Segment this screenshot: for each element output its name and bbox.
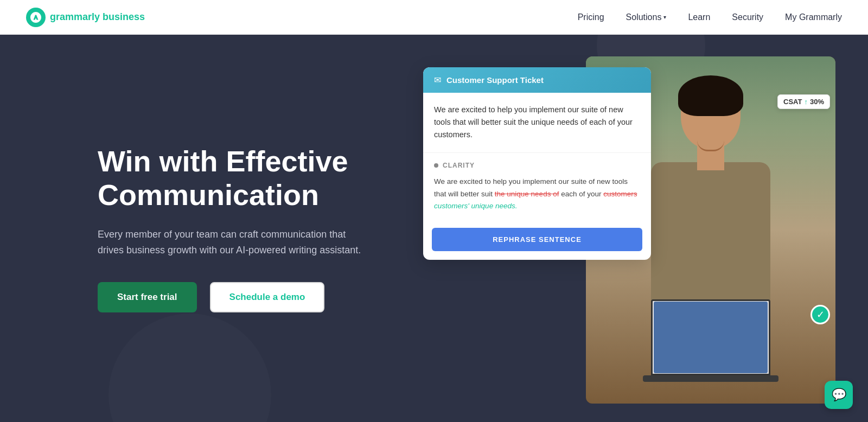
csat-label: CSAT — [783, 98, 802, 106]
clarity-dot-icon — [434, 163, 438, 168]
hero-section: Win with Effective Communication Every m… — [0, 35, 868, 422]
csat-arrow-icon: ↑ — [804, 98, 808, 106]
csat-badge: CSAT ↑ 30% — [777, 94, 830, 109]
suggestion-text: We are excited to help you implement our… — [434, 176, 640, 213]
nav-item-security[interactable]: Security — [732, 12, 763, 22]
hero-title: Win with Effective Communication — [98, 144, 412, 212]
grammarly-logo-icon — [26, 8, 46, 27]
bg-decoration-2 — [108, 314, 271, 422]
logo-business-label: business — [103, 11, 145, 22]
suggestion-strikethrough2: customers — [603, 190, 637, 198]
nav-link-pricing[interactable]: Pricing — [578, 12, 604, 22]
suggestion-part2: each of your — [559, 190, 603, 198]
card-header-title: Customer Support Ticket — [446, 75, 544, 85]
nav-item-pricing[interactable]: Pricing — [578, 12, 604, 22]
csat-value: 30% — [810, 98, 824, 106]
logo[interactable]: grammarly business — [26, 8, 145, 27]
nav-item-solutions[interactable]: Solutions ▾ — [626, 12, 667, 22]
rephrase-sentence-button[interactable]: REPHRASE SENTENCE — [432, 228, 642, 251]
start-free-trial-button[interactable]: Start free trial — [98, 282, 197, 312]
nav-item-learn[interactable]: Learn — [688, 12, 710, 22]
nav-link-solutions[interactable]: Solutions ▾ — [626, 12, 667, 22]
logo-brand-name: grammarly — [50, 11, 100, 22]
card-header-icon: ✉ — [434, 75, 441, 85]
hero-subtitle: Every member of your team can craft comm… — [98, 227, 369, 258]
nav-item-my-grammarly[interactable]: My Grammarly — [785, 12, 842, 22]
nav-link-learn[interactable]: Learn — [688, 12, 710, 22]
hero-content: Win with Effective Communication Every m… — [98, 144, 412, 312]
check-circle-icon: ✓ — [810, 305, 830, 324]
grammarly-suggestion-card: ✉ Customer Support Ticket We are excited… — [423, 67, 651, 260]
hero-visual: CSAT ↑ 30% ✓ ✉ Customer Support Ticket W… — [423, 35, 868, 422]
card-body-text: We are excited to help you implement our… — [423, 93, 651, 153]
hero-buttons: Start free trial Schedule a demo — [98, 282, 412, 312]
logo-text: grammarly business — [50, 11, 145, 23]
suggestion-correction: customers' unique needs. — [434, 202, 517, 210]
nav-link-my-grammarly[interactable]: My Grammarly — [785, 12, 842, 22]
chevron-down-icon: ▾ — [663, 14, 666, 20]
schedule-demo-button[interactable]: Schedule a demo — [210, 282, 325, 312]
card-suggestion: CLARITY We are excited to help you imple… — [423, 153, 651, 222]
navbar: grammarly business Pricing Solutions ▾ L… — [0, 0, 868, 35]
svg-point-0 — [26, 8, 46, 27]
chat-widget[interactable]: 💬 — [825, 381, 853, 409]
solutions-label: Solutions — [626, 12, 662, 22]
chat-icon: 💬 — [832, 388, 846, 402]
nav-links: Pricing Solutions ▾ Learn Security My Gr… — [578, 12, 842, 22]
nav-link-security[interactable]: Security — [732, 12, 763, 22]
card-header: ✉ Customer Support Ticket — [423, 67, 651, 93]
clarity-label: CLARITY — [434, 162, 640, 169]
suggestion-strikethrough1: the unique needs of — [495, 190, 559, 198]
clarity-text: CLARITY — [443, 162, 475, 169]
